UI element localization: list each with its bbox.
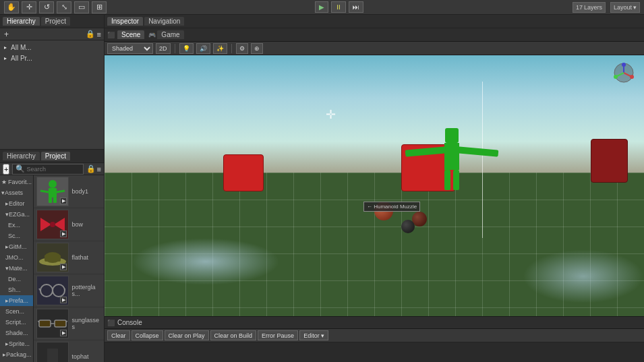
prefab-bow[interactable]: ▶ bow xyxy=(34,208,104,241)
scene-settings-button[interactable]: ⚙ xyxy=(236,43,248,54)
move-tool-button[interactable]: ✛ xyxy=(22,1,36,13)
figure-legs xyxy=(444,170,459,190)
light-patch-left xyxy=(131,238,280,285)
svg-point-30 xyxy=(630,75,634,79)
hierarchy-item-allma[interactable]: ▸ All M... xyxy=(1,42,103,53)
clear-on-build-button[interactable]: Clear on Build xyxy=(210,330,257,340)
hierarchy-item-label: All M... xyxy=(11,44,32,51)
hand-tool-button[interactable]: ✋ xyxy=(4,1,19,13)
scene-pole xyxy=(482,82,483,238)
scale-tool-button[interactable]: ⤡ xyxy=(57,1,71,13)
prefab-flathat[interactable]: ▶ flathat xyxy=(34,241,104,274)
audio-button[interactable]: 🔊 xyxy=(196,43,210,54)
red-cube-3[interactable] xyxy=(591,139,628,183)
play-button[interactable]: ▶ xyxy=(315,1,328,13)
hierarchy-item-allpr[interactable]: ▸ All Pr... xyxy=(1,53,103,63)
console-icon: ⬛ xyxy=(107,320,115,326)
svg-rect-11 xyxy=(45,255,61,262)
hierarchy-tab-2[interactable]: Hierarchy xyxy=(3,152,40,160)
scene-tab[interactable]: Scene xyxy=(117,30,144,39)
inspector-tab[interactable]: Inspector xyxy=(107,17,143,26)
clear-button[interactable]: Clear xyxy=(107,330,130,340)
jmo-label: JMO... xyxy=(5,254,24,261)
tree-ezga[interactable]: ▾ EZGa... xyxy=(0,209,33,220)
hierarchy-tab[interactable]: Hierarchy xyxy=(3,17,40,26)
navigation-tab[interactable]: Navigation xyxy=(144,17,184,26)
layout-badge[interactable]: Layout ▾ xyxy=(610,2,640,13)
prefab-thumb-tophat: ▶ xyxy=(36,342,69,362)
shading-select[interactable]: Shaded Wireframe xyxy=(107,43,153,54)
svg-point-13 xyxy=(53,284,65,297)
fx-button[interactable]: ✨ xyxy=(213,43,227,54)
lighting-button[interactable]: 💡 xyxy=(179,43,194,54)
prefab-body1[interactable]: ▶ body1 xyxy=(34,175,104,208)
tree-mate[interactable]: ▾ Mate... xyxy=(0,263,33,274)
figure-leg-left xyxy=(444,170,450,190)
step-button[interactable]: ⏭ xyxy=(349,1,363,13)
prefab-potterglas[interactable]: ▶ potterglas... xyxy=(34,274,104,307)
project-panel: Hierarchy Project + 🔍 🔒 ≡ ★ Favorit.. xyxy=(0,150,104,362)
project-add-button[interactable]: + xyxy=(3,164,9,175)
tree-favorites[interactable]: ★ Favorit... xyxy=(0,177,33,187)
shade-label: Shade... xyxy=(5,330,28,336)
favorites-icon: ★ xyxy=(1,179,7,185)
toolbar-sep-1 xyxy=(175,44,175,53)
project-tab[interactable]: Project xyxy=(41,152,70,160)
red-cube-1[interactable] xyxy=(223,154,264,191)
tree-ex[interactable]: Ex... xyxy=(0,220,33,231)
project-menu-icon: ≡ xyxy=(97,165,101,173)
tree-jmo[interactable]: JMO... xyxy=(0,252,33,263)
potterglas-icon xyxy=(38,283,67,298)
tree-editor[interactable]: ▸ Editor xyxy=(0,198,33,209)
tree-sc[interactable]: Sc... xyxy=(0,231,33,241)
project-tab-header[interactable]: Project xyxy=(41,17,70,26)
prefab-name-sunglasses: sunglasses xyxy=(71,317,101,330)
game-tab[interactable]: Game xyxy=(157,30,183,39)
error-pause-button[interactable]: Error Pause xyxy=(258,330,298,340)
svg-rect-18 xyxy=(55,320,66,327)
green-figure[interactable] xyxy=(444,128,459,190)
collapse-button[interactable]: Collapse xyxy=(131,330,163,340)
editor-label: Editor xyxy=(9,200,25,207)
prefab-thumb-sunglasses: ▶ xyxy=(36,309,69,338)
tree-sprite[interactable]: ▸ Sprite... xyxy=(0,338,33,349)
pause-button[interactable]: ⏸ xyxy=(331,1,346,13)
tree-shade[interactable]: Shade... xyxy=(0,328,33,338)
editor-dropdown-button[interactable]: Editor ▾ xyxy=(299,330,328,340)
tree-script[interactable]: Script... xyxy=(0,317,33,328)
prefa-label: Prefa... xyxy=(9,297,28,304)
assets-label: Assets xyxy=(5,189,23,196)
2d-button[interactable]: 2D xyxy=(156,43,171,54)
gizmo-button[interactable]: ⊕ xyxy=(251,43,263,54)
hierarchy-add-button[interactable]: + xyxy=(3,30,10,39)
editor-dropdown-arrow: ▾ xyxy=(321,332,324,339)
move-handle: ✛ xyxy=(326,107,336,122)
tree-scen[interactable]: Scen... xyxy=(0,306,33,317)
tree-arrow: ▸ xyxy=(4,44,11,51)
rect-tool-button[interactable]: ▭ xyxy=(74,1,89,13)
hierarchy-lock-icon: 🔒 xyxy=(86,30,95,38)
dark-sphere[interactable] xyxy=(401,220,415,233)
clear-on-play-button[interactable]: Clear on Play xyxy=(165,330,209,340)
svg-rect-4 xyxy=(49,198,52,203)
svg-marker-7 xyxy=(54,218,65,231)
tree-packages[interactable]: ▸ Packag... xyxy=(0,349,33,360)
tree-sh[interactable]: Sh... xyxy=(0,284,33,295)
project-tab-row: Hierarchy Project xyxy=(0,150,104,163)
transform-tool-button[interactable]: ⊞ xyxy=(92,1,107,13)
mate-label: Mate... xyxy=(9,265,28,272)
hierarchy-panel: Hierarchy Project + 🔒 ≡ ▸ All M... ▸ All… xyxy=(0,15,104,150)
rotate-tool-button[interactable]: ↺ xyxy=(39,1,54,13)
tree-assets[interactable]: ▾ Assets xyxy=(0,187,33,198)
tree-gitm[interactable]: ▸ GitM... xyxy=(0,241,33,252)
prefab-name-tophat: tophat xyxy=(71,353,88,360)
project-search-input[interactable] xyxy=(26,166,80,173)
layout-label: Layout xyxy=(614,4,632,11)
prefab-sunglasses[interactable]: ▶ sunglasses xyxy=(34,307,104,340)
figure-torso xyxy=(444,143,459,170)
prefab-tophat[interactable]: ▶ tophat xyxy=(34,340,104,362)
scene-viewport[interactable]: ✛ ← Humanoid Muzzle xyxy=(105,55,644,316)
tree-de[interactable]: De... xyxy=(0,274,33,284)
console-tab[interactable]: Console xyxy=(117,319,142,326)
tree-prefa[interactable]: ▸ Prefa... xyxy=(0,295,33,306)
